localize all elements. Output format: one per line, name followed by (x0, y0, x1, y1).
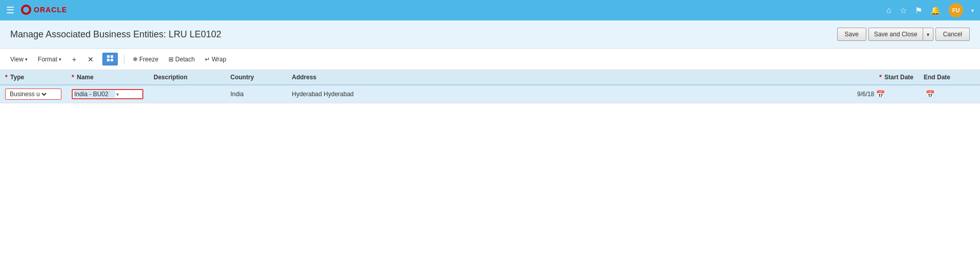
oracle-logo: ORACLE (20, 4, 67, 17)
page-title: Manage Associated Business Entities: LRU… (10, 29, 221, 40)
end-date-picker-icon[interactable]: 📅 (926, 90, 934, 98)
country-cell: India (225, 85, 287, 103)
freeze-icon: ❄ (133, 56, 138, 63)
start-date-picker-icon[interactable]: 📅 (876, 90, 885, 98)
wrap-label: Wrap (211, 56, 226, 63)
type-col-label: Type (10, 74, 24, 81)
user-menu-chevron[interactable]: ▾ (971, 8, 974, 13)
detach-label: Detach (175, 56, 195, 63)
save-and-close-button[interactable]: Save and Close (869, 28, 923, 40)
address-cell: Hyderabad Hyderabad (287, 85, 852, 103)
end-date-col-label: End Date (924, 74, 950, 81)
svg-point-1 (23, 7, 29, 13)
oracle-logo-text: ORACLE (20, 4, 67, 17)
col-header-country: Country (225, 70, 287, 85)
svg-rect-5 (107, 59, 110, 61)
home-icon[interactable]: ⌂ (886, 6, 891, 15)
svg-rect-4 (111, 55, 113, 58)
favorites-icon[interactable]: ☆ (900, 6, 907, 15)
svg-text:ORACLE: ORACLE (34, 6, 67, 14)
country-value: India (230, 91, 244, 98)
type-select[interactable]: Business u (8, 90, 48, 98)
header-buttons: Save Save and Close ▾ Cancel (837, 28, 970, 41)
address-value: Hyderabad Hyderabad (292, 91, 354, 98)
start-date-required-star: * (879, 74, 882, 81)
business-entities-table: * Type * Name Description Country Addres… (0, 70, 980, 103)
start-date-value: 9/6/18 (857, 91, 874, 98)
top-bar-left: ☰ ORACLE (6, 4, 67, 17)
view-menu-button[interactable]: View ▾ (8, 55, 30, 64)
name-input-wrapper[interactable]: ▾ (72, 89, 143, 99)
col-header-type: * Type (0, 70, 67, 85)
toolbar: View ▾ Format ▾ + ✕ ❄ Freeze ⊞ Detach ↵ … (0, 49, 980, 70)
format-label: Format (38, 56, 57, 63)
start-date-cell: 9/6/18 📅 (852, 85, 919, 103)
hamburger-menu-icon[interactable]: ☰ (6, 5, 14, 16)
detach-button[interactable]: ⊞ Detach (166, 55, 197, 64)
format-menu-button[interactable]: Format ▾ (36, 55, 63, 64)
description-cell[interactable] (148, 85, 225, 103)
view-label: View (10, 56, 24, 63)
start-date-group: 9/6/18 📅 (857, 90, 913, 98)
start-date-col-label: Start Date (884, 74, 913, 81)
type-select-wrapper[interactable]: Business u (5, 89, 61, 100)
user-initials: FU (952, 7, 960, 13)
data-table-container: * Type * Name Description Country Addres… (0, 70, 980, 103)
top-navigation-bar: ☰ ORACLE ⌂ ☆ ⚑ 🔔 FU ▾ (0, 0, 980, 20)
address-col-label: Address (292, 74, 316, 81)
col-header-end-date: End Date (919, 70, 980, 85)
name-dropdown-arrow-icon[interactable]: ▾ (116, 92, 119, 97)
end-date-group: 📅 (924, 90, 975, 98)
wrap-button[interactable]: ↵ Wrap (203, 55, 228, 64)
add-row-button[interactable]: + (70, 54, 79, 64)
country-col-label: Country (230, 74, 254, 81)
freeze-label: Freeze (139, 56, 158, 63)
type-cell: Business u (0, 85, 67, 103)
active-view-icon[interactable] (102, 53, 118, 65)
delete-row-button[interactable]: ✕ (85, 54, 96, 64)
svg-rect-6 (111, 59, 113, 61)
grid-view-icon (106, 55, 114, 62)
save-and-close-dropdown[interactable]: ▾ (923, 28, 933, 40)
cancel-button[interactable]: Cancel (935, 28, 970, 41)
name-cell: ▾ (67, 85, 148, 103)
col-header-name: * Name (67, 70, 148, 85)
table-row: Business u ▾ India Hyderab (0, 85, 980, 103)
end-date-cell: 📅 (919, 85, 980, 103)
col-header-description: Description (148, 70, 225, 85)
col-header-start-date: * Start Date (852, 70, 919, 85)
svg-rect-3 (107, 55, 110, 58)
format-chevron-icon: ▾ (59, 57, 61, 62)
empty-content-area (0, 103, 980, 265)
name-required-star: * (72, 74, 74, 81)
save-and-close-group: Save and Close ▾ (868, 28, 933, 41)
detach-icon: ⊞ (168, 56, 174, 63)
freeze-button[interactable]: ❄ Freeze (131, 55, 160, 64)
top-bar-right: ⌂ ☆ ⚑ 🔔 FU ▾ (886, 3, 974, 17)
view-chevron-icon: ▾ (25, 57, 28, 62)
wrap-icon: ↵ (205, 56, 210, 63)
table-header: * Type * Name Description Country Addres… (0, 70, 980, 85)
notifications-icon[interactable]: 🔔 (930, 6, 941, 15)
page-header: Manage Associated Business Entities: LRU… (0, 20, 980, 49)
description-col-label: Description (154, 74, 187, 81)
toolbar-separator-1 (124, 55, 124, 64)
oracle-logo-svg: ORACLE (20, 4, 67, 15)
name-col-label: Name (77, 74, 94, 81)
type-required-star: * (5, 74, 8, 81)
name-input[interactable] (74, 91, 115, 98)
recent-icon[interactable]: ⚑ (915, 6, 922, 15)
col-header-address: Address (287, 70, 852, 85)
table-header-row: * Type * Name Description Country Addres… (0, 70, 980, 85)
save-button[interactable]: Save (837, 28, 866, 41)
table-body: Business u ▾ India Hyderab (0, 85, 980, 103)
user-avatar[interactable]: FU (949, 3, 963, 17)
